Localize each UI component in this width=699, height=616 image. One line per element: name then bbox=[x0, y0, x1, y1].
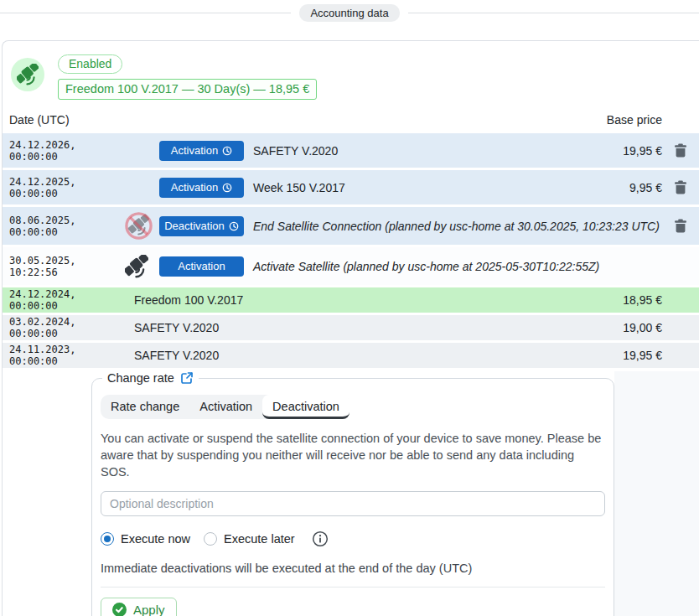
row-price: 18,95 € bbox=[623, 293, 662, 307]
row-date: 24.12.2026, 00:00:00 bbox=[9, 139, 125, 163]
tab-rate-change[interactable]: Rate change bbox=[101, 395, 189, 419]
row-price: 19,00 € bbox=[623, 321, 662, 334]
change-rate-panel: Change rate Rate change Activation Deact… bbox=[91, 371, 614, 616]
clock-icon bbox=[229, 221, 239, 231]
external-link-icon[interactable] bbox=[180, 371, 194, 385]
info-icon bbox=[312, 531, 329, 547]
execute-later-label: Execute later bbox=[224, 532, 295, 546]
row-date: 08.06.2025, 00:00:00 bbox=[9, 215, 125, 238]
delete-button[interactable] bbox=[662, 219, 699, 233]
activation-badge: Activation bbox=[159, 178, 244, 198]
status-header: Enabled Freedom 100 V.2017 — 30 Day(s) —… bbox=[3, 41, 699, 100]
clock-icon bbox=[222, 146, 232, 156]
table-row: 24.11.2023, 00:00:00 SAFETY V.2020 19,95… bbox=[3, 343, 699, 368]
table-row: 03.02.2024, 00:00:00 SAFETY V.2020 19,00… bbox=[3, 315, 699, 340]
apply-label: Apply bbox=[133, 603, 165, 616]
satellite-status-avatar bbox=[11, 58, 44, 91]
row-price: 9,95 € bbox=[629, 181, 662, 194]
column-header-price: Base price bbox=[607, 113, 662, 127]
execute-now-option[interactable]: Execute now bbox=[101, 532, 190, 546]
row-date: 24.12.2025, 00:00:00 bbox=[9, 176, 125, 199]
status-badge: Enabled bbox=[58, 54, 122, 74]
row-price: 19,95 € bbox=[623, 349, 662, 362]
table-row: 08.06.2025, 00:00:00 Deactivation End Sa… bbox=[3, 207, 699, 245]
table-row: 30.05.2025, 10:22:56 Activation Activate… bbox=[3, 247, 699, 285]
immediate-note: Immediate deactivations will be executed… bbox=[101, 562, 605, 575]
event-description: Activate Satellite (planned by usc-home … bbox=[253, 260, 599, 273]
rate-name: SAFETY V.2020 bbox=[134, 321, 219, 334]
execute-later-option[interactable]: Execute later bbox=[204, 532, 295, 546]
table-row: 24.12.2026, 00:00:00 Activation SAFETY V… bbox=[3, 133, 699, 168]
optional-description-input[interactable] bbox=[101, 491, 605, 516]
execute-later-radio[interactable] bbox=[204, 532, 217, 546]
execute-now-radio[interactable] bbox=[101, 532, 114, 546]
section-label: Accounting data bbox=[299, 4, 399, 22]
satellite-icon bbox=[17, 64, 39, 85]
activation-badge: Activation bbox=[159, 141, 244, 161]
check-circle-icon bbox=[112, 603, 127, 616]
column-header-date: Date (UTC) bbox=[9, 113, 70, 127]
row-date: 24.11.2023, 00:00:00 bbox=[9, 344, 125, 367]
rate-name: SAFETY V.2020 bbox=[253, 144, 338, 158]
accounting-card: Enabled Freedom 100 V.2017 — 30 Day(s) —… bbox=[2, 40, 699, 616]
row-date: 24.12.2024, 00:00:00 bbox=[9, 288, 125, 312]
activation-badge: Activation bbox=[159, 256, 244, 277]
table-header: Date (UTC) Base price bbox=[3, 100, 699, 133]
current-rate-label: Freedom 100 V.2017 — 30 Day(s) — 18,95 € bbox=[58, 79, 317, 100]
deactivation-badge: Deactivation bbox=[159, 216, 244, 236]
deactivation-description: You can activate or suspend the satellit… bbox=[101, 430, 605, 480]
execute-info-trigger[interactable] bbox=[312, 531, 329, 547]
row-price: 19,95 € bbox=[623, 144, 662, 158]
change-rate-legend: Change rate bbox=[102, 371, 199, 385]
table-row: 24.12.2025, 00:00:00 Activation Week 150… bbox=[3, 170, 699, 204]
change-rate-tabbar: Rate change Activation Deactivation bbox=[101, 395, 350, 419]
apply-button[interactable]: Apply bbox=[101, 598, 177, 616]
satellite-disabled-icon bbox=[125, 212, 153, 240]
badge-label: Activation bbox=[171, 144, 218, 157]
delete-button[interactable] bbox=[662, 180, 699, 194]
tab-activation[interactable]: Activation bbox=[189, 395, 262, 419]
execute-now-label: Execute now bbox=[121, 532, 190, 546]
table-row-active-rate: 24.12.2024, 00:00:00 Freedom 100 V.2017 … bbox=[3, 287, 699, 313]
row-date: 03.02.2024, 00:00:00 bbox=[9, 316, 125, 339]
tab-deactivation[interactable]: Deactivation bbox=[262, 395, 350, 419]
event-description: End Satellite Connection (planned by usc… bbox=[253, 220, 660, 233]
trash-icon bbox=[674, 180, 687, 194]
clock-icon bbox=[222, 183, 232, 193]
delete-button[interactable] bbox=[662, 143, 699, 158]
rate-name: Week 150 V.2017 bbox=[253, 181, 345, 194]
badge-label: Activation bbox=[171, 181, 218, 194]
rate-name: Freedom 100 V.2017 bbox=[134, 293, 243, 307]
badge-label: Activation bbox=[178, 260, 225, 272]
badge-label: Deactivation bbox=[164, 220, 225, 232]
trash-icon bbox=[674, 219, 687, 233]
satellite-icon bbox=[125, 255, 148, 278]
row-date: 30.05.2025, 10:22:56 bbox=[9, 255, 125, 278]
trash-icon bbox=[674, 143, 687, 158]
section-divider: Accounting data bbox=[0, 0, 699, 22]
rate-name: SAFETY V.2020 bbox=[134, 349, 219, 362]
